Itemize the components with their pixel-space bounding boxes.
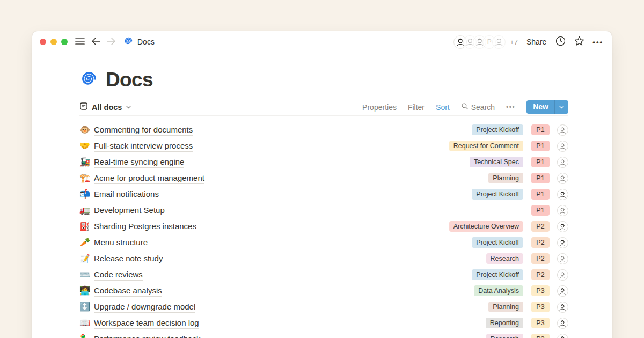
doc-type-badge[interactable]: Project Kickoff — [472, 124, 523, 135]
doc-priority-badge[interactable]: P1 — [531, 124, 549, 135]
share-button[interactable]: Share — [526, 38, 546, 46]
doc-title-link[interactable]: Menu structure — [94, 237, 148, 248]
doc-owner-avatar[interactable] — [557, 141, 568, 152]
doc-owner-avatar[interactable] — [557, 221, 568, 232]
doc-priority-badge[interactable]: P3 — [531, 334, 549, 338]
history-button[interactable] — [555, 35, 566, 48]
doc-title-link[interactable]: Real-time syncing engine — [94, 157, 184, 168]
zoom-window-button[interactable] — [61, 39, 68, 45]
doc-owner-avatar[interactable] — [557, 253, 568, 264]
doc-emoji-icon: 🥕 — [79, 238, 94, 247]
doc-owner-avatar[interactable] — [557, 205, 568, 216]
doc-row[interactable]: 📖 Workspace team decision log Reporting … — [79, 315, 568, 331]
close-window-button[interactable] — [40, 39, 46, 45]
doc-priority-badge[interactable]: P2 — [531, 237, 549, 248]
new-button[interactable]: New — [526, 100, 554, 114]
ellipsis-icon: ••• — [506, 104, 515, 111]
collaborator-avatar[interactable] — [492, 35, 506, 49]
doc-priority-badge[interactable]: P2 — [531, 253, 549, 264]
view-more-options-button[interactable]: ••• — [506, 104, 515, 111]
window-controls — [40, 39, 68, 45]
page-spiral-logo-icon — [79, 69, 99, 91]
doc-title-link[interactable]: Sharding Postgres instances — [94, 221, 196, 232]
ellipsis-icon: ••• — [592, 38, 603, 46]
doc-owner-avatar[interactable] — [557, 124, 568, 136]
doc-priority-badge[interactable]: P3 — [531, 302, 549, 312]
breadcrumb-page-title[interactable]: Docs — [137, 38, 155, 46]
doc-emoji-icon: 🚂 — [79, 158, 94, 166]
doc-priority-badge[interactable]: P1 — [531, 205, 549, 216]
doc-owner-avatar[interactable] — [557, 189, 568, 200]
page-content: Docs All docs Properties Filter Sort — [32, 68, 612, 338]
doc-owner-avatar[interactable] — [557, 269, 568, 281]
doc-title-link[interactable]: Codebase analysis — [94, 285, 162, 297]
doc-title-link[interactable]: Full-stack interview process — [94, 141, 193, 152]
doc-priority-badge[interactable]: P1 — [531, 173, 549, 183]
doc-row[interactable]: ⌨️ Code reviews Project Kickoff P2 — [79, 267, 568, 283]
collaborator-avatar-stack[interactable]: P — [453, 35, 506, 49]
doc-title-link[interactable]: Development Setup — [94, 205, 165, 216]
doc-owner-avatar[interactable] — [557, 173, 568, 184]
favorite-button[interactable] — [574, 35, 585, 48]
doc-row[interactable]: 🤝 Full-stack interview process Request f… — [79, 138, 568, 154]
doc-emoji-icon: 👩‍💻 — [79, 286, 94, 295]
doc-row[interactable]: 🥕 Menu structure Project Kickoff P2 — [79, 234, 568, 251]
doc-type-badge[interactable]: Research — [486, 334, 524, 338]
doc-type-badge[interactable]: Planning — [488, 173, 523, 183]
doc-owner-avatar[interactable] — [557, 237, 568, 248]
doc-row[interactable]: 🚛 Development Setup P1 — [79, 202, 568, 218]
doc-owner-avatar[interactable] — [557, 318, 568, 329]
doc-type-badge[interactable]: Request for Comment — [449, 141, 523, 151]
forward-button[interactable] — [106, 37, 116, 47]
doc-type-badge[interactable]: Project Kickoff — [472, 237, 523, 248]
doc-type-badge[interactable]: Planning — [488, 302, 523, 312]
doc-type-badge[interactable]: Architecture Overview — [449, 221, 523, 232]
doc-row[interactable]: 👩‍💻 Codebase analysis Data Analysis P3 — [79, 283, 568, 299]
doc-row[interactable]: 📝 Release note study Research P2 — [79, 251, 568, 267]
doc-type-badge[interactable]: Data Analysis — [474, 285, 523, 296]
doc-priority-badge[interactable]: P1 — [531, 157, 549, 167]
doc-type-badge[interactable]: Reporting — [486, 318, 523, 328]
properties-button[interactable]: Properties — [362, 103, 397, 112]
doc-type-badge[interactable]: Project Kickoff — [472, 269, 523, 280]
doc-priority-badge[interactable]: P2 — [531, 221, 549, 232]
doc-emoji-icon: 🏗️ — [79, 174, 94, 182]
doc-owner-avatar[interactable] — [557, 285, 568, 297]
view-switcher[interactable]: All docs — [79, 102, 131, 113]
doc-owner-avatar[interactable] — [557, 302, 568, 313]
doc-type-badge[interactable]: Project Kickoff — [472, 189, 523, 200]
doc-priority-badge[interactable]: P3 — [531, 285, 549, 296]
doc-row[interactable]: 📬 Email notifications Project Kickoff P1 — [79, 186, 568, 202]
doc-priority-badge[interactable]: P3 — [531, 318, 549, 328]
doc-row[interactable]: 🚂 Real-time syncing engine Technical Spe… — [79, 154, 568, 170]
doc-title-link[interactable]: Workspace team decision log — [94, 318, 199, 329]
doc-title-link[interactable]: Commenting for documents — [94, 124, 193, 136]
doc-title-link[interactable]: Email notifications — [94, 189, 159, 200]
doc-priority-badge[interactable]: P1 — [531, 141, 549, 151]
doc-title-link[interactable]: Release note study — [94, 253, 163, 264]
sidebar-toggle-button[interactable] — [75, 38, 85, 47]
doc-type-badge[interactable]: Research — [486, 253, 524, 264]
sort-button[interactable]: Sort — [436, 103, 450, 112]
doc-row[interactable]: 🐵 Commenting for documents Project Kicko… — [79, 122, 568, 138]
doc-priority-badge[interactable]: P1 — [531, 189, 549, 200]
doc-title-link[interactable]: Acme for product management — [94, 173, 204, 184]
search-button[interactable]: Search — [461, 102, 495, 112]
new-dropdown-button[interactable] — [554, 100, 568, 114]
doc-row[interactable]: ↕️ Upgrade / downgrade model Planning P3 — [79, 299, 568, 315]
back-button[interactable] — [91, 37, 101, 47]
minimize-window-button[interactable] — [50, 39, 57, 45]
doc-title-link[interactable]: Performance review feedback — [94, 334, 200, 338]
arrow-right-icon — [106, 37, 116, 47]
doc-row[interactable]: 🦜 Performance review feedback Research P… — [79, 331, 568, 338]
doc-title-link[interactable]: Code reviews — [94, 269, 143, 281]
doc-type-badge[interactable]: Technical Spec — [470, 157, 523, 167]
doc-priority-badge[interactable]: P2 — [531, 269, 549, 280]
doc-row[interactable]: 🏗️ Acme for product management Planning … — [79, 170, 568, 186]
doc-owner-avatar[interactable] — [557, 334, 568, 338]
doc-row[interactable]: ⛽ Sharding Postgres instances Architectu… — [79, 218, 568, 234]
more-options-button[interactable]: ••• — [592, 38, 603, 46]
doc-title-link[interactable]: Upgrade / downgrade model — [94, 302, 195, 313]
filter-button[interactable]: Filter — [408, 103, 425, 112]
doc-owner-avatar[interactable] — [557, 157, 568, 168]
